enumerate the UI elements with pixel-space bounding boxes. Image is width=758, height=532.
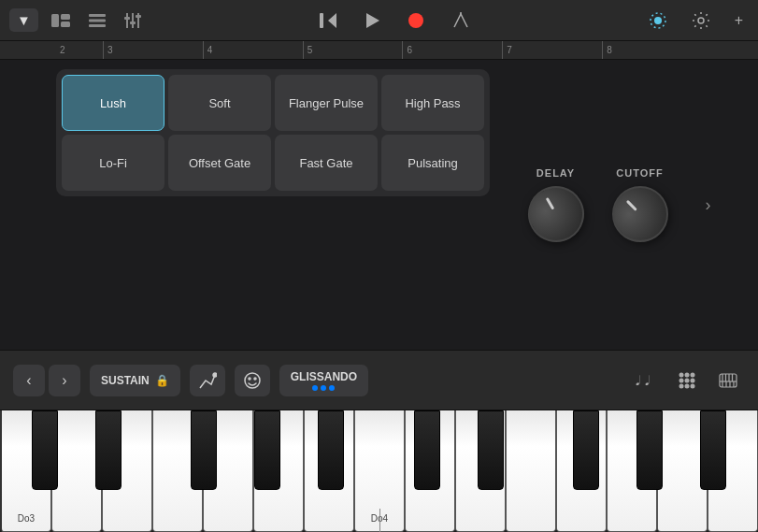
- cutoff-knob-group: CUTOFF: [612, 167, 668, 242]
- settings-button[interactable]: [686, 7, 716, 34]
- svg-rect-3: [89, 14, 106, 17]
- record-button[interactable]: [402, 8, 430, 33]
- cutoff-knob[interactable]: [600, 175, 679, 254]
- delay-knob[interactable]: [518, 176, 594, 252]
- preset-flanger-pulse[interactable]: Flanger Pulse: [275, 75, 378, 131]
- ruler-mark: 3: [103, 41, 203, 59]
- ruler-marks: 3 4 5 6 7 8: [103, 41, 702, 59]
- svg-point-31: [691, 378, 695, 382]
- sustain-label: SUSTAIN: [101, 374, 150, 387]
- svg-point-15: [408, 13, 423, 28]
- svg-point-19: [698, 18, 704, 23]
- emoji-button[interactable]: [235, 365, 270, 396]
- expand-icon[interactable]: ›: [696, 195, 721, 215]
- svg-marker-12: [328, 13, 336, 28]
- glissando-dot-3: [329, 385, 335, 391]
- toolbar: ▼: [0, 0, 758, 41]
- key-cs3[interactable]: [32, 410, 58, 490]
- key-d3[interactable]: [51, 410, 102, 532]
- glissando-dot-2: [321, 385, 326, 391]
- svg-text:𝅘𝅥: 𝅘𝅥: [645, 375, 650, 386]
- svg-rect-0: [51, 14, 59, 27]
- svg-point-32: [679, 383, 684, 388]
- svg-rect-10: [130, 22, 136, 24]
- preset-high-pass[interactable]: High Pass: [381, 75, 484, 131]
- svg-point-29: [679, 378, 684, 382]
- dropdown-button[interactable]: ▼: [9, 8, 38, 32]
- svg-point-28: [691, 372, 695, 377]
- svg-rect-11: [136, 15, 141, 18]
- key-gs3[interactable]: [254, 410, 280, 490]
- svg-rect-5: [89, 24, 106, 27]
- prev-button[interactable]: ‹: [13, 365, 45, 396]
- toolbar-left: ▼: [9, 8, 147, 32]
- svg-point-23: [254, 378, 256, 380]
- lock-icon: 🔒: [155, 374, 169, 387]
- preset-fast-gate[interactable]: Fast Gate: [275, 135, 378, 191]
- preset-pulsating[interactable]: Pulsating: [381, 135, 484, 191]
- svg-point-22: [249, 378, 250, 380]
- key-cs4[interactable]: [414, 410, 440, 490]
- glissando-dot-1: [312, 385, 318, 391]
- ruler-mark: 8: [602, 41, 702, 59]
- svg-rect-4: [89, 19, 106, 22]
- key-fs4[interactable]: [573, 410, 599, 490]
- preset-offset-gate[interactable]: Offset Gate: [168, 135, 271, 191]
- svg-point-34: [691, 383, 695, 388]
- toolbar-right: +: [643, 7, 749, 34]
- ruler-mark: 7: [502, 41, 602, 59]
- controls-bar: ‹ › SUSTAIN 🔒 GLISSANDO 𝅘𝅥: [0, 350, 758, 410]
- mixer-button[interactable]: [119, 9, 147, 32]
- sustain-button[interactable]: SUSTAIN 🔒: [90, 365, 180, 396]
- svg-point-26: [679, 372, 684, 377]
- glissando-label: GLISSANDO: [291, 370, 357, 383]
- tuner-button[interactable]: [447, 8, 475, 33]
- preset-lush[interactable]: Lush: [62, 75, 164, 131]
- view-button[interactable]: [46, 10, 76, 31]
- glissando-dots: [312, 385, 335, 391]
- marker-line: [379, 509, 380, 532]
- key-ds3[interactable]: [95, 410, 122, 490]
- svg-rect-1: [61, 14, 70, 20]
- ruler-mark: 4: [203, 41, 303, 59]
- svg-marker-14: [366, 13, 379, 28]
- preset-lo-fi[interactable]: Lo-Fi: [62, 135, 164, 191]
- delay-label: DELAY: [536, 167, 575, 179]
- svg-point-17: [654, 17, 662, 24]
- note-view-button[interactable]: 𝅘𝅥 𝅘𝅥: [629, 365, 663, 396]
- main-area: Lush Soft Flanger Pulse High Pass Lo-Fi …: [0, 60, 758, 350]
- keyboard-area: Do3 Do4: [0, 410, 758, 532]
- svg-point-30: [685, 378, 690, 382]
- svg-rect-13: [320, 13, 323, 28]
- toolbar-center: [147, 8, 643, 33]
- svg-text:𝅘𝅥: 𝅘𝅥: [636, 375, 640, 386]
- ruler-mark: 5: [303, 41, 403, 59]
- key-gs4[interactable]: [636, 410, 663, 490]
- nav-buttons: ‹ ›: [13, 365, 80, 396]
- preset-soft[interactable]: Soft: [168, 75, 271, 131]
- key-ds4[interactable]: [478, 410, 504, 490]
- cutoff-label: CUTOFF: [616, 167, 663, 179]
- svg-point-33: [685, 383, 690, 388]
- delay-knob-group: DELAY: [528, 167, 584, 242]
- glissando-button[interactable]: GLISSANDO: [279, 365, 368, 396]
- keyboard-view-button[interactable]: [711, 365, 745, 396]
- list-button[interactable]: [83, 10, 111, 31]
- key-as3[interactable]: [318, 410, 344, 490]
- key-c3-label: Do3: [18, 513, 35, 524]
- chord-view-button[interactable]: [670, 365, 704, 396]
- arpeggio-button[interactable]: [190, 365, 225, 396]
- ruler-mark: 6: [402, 41, 502, 59]
- brightness-button[interactable]: [643, 7, 673, 34]
- key-fs3[interactable]: [191, 410, 217, 490]
- controls-right: 𝅘𝅥 𝅘𝅥: [629, 365, 745, 396]
- svg-rect-2: [61, 22, 70, 27]
- play-button[interactable]: [359, 9, 385, 32]
- svg-rect-9: [124, 17, 130, 20]
- add-button[interactable]: +: [729, 12, 749, 29]
- key-f4[interactable]: [506, 410, 556, 532]
- rewind-button[interactable]: [314, 9, 342, 32]
- key-as4[interactable]: [700, 410, 726, 490]
- svg-point-27: [685, 372, 690, 377]
- next-button[interactable]: ›: [49, 365, 80, 396]
